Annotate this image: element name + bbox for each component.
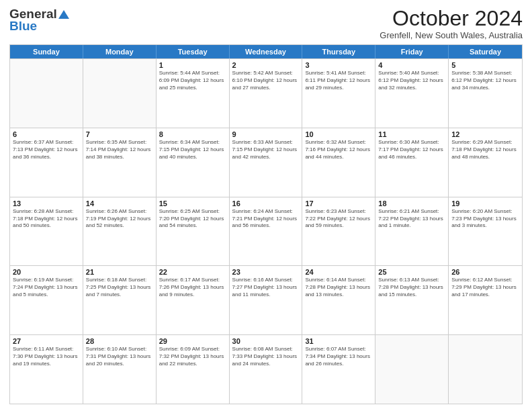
cal-cell-0-4: 3Sunrise: 5:41 AM Sunset: 6:11 PM Daylig… <box>302 59 375 128</box>
week-row-2: 6Sunrise: 6:37 AM Sunset: 7:13 PM Daylig… <box>10 128 522 197</box>
day-info: Sunrise: 6:28 AM Sunset: 7:18 PM Dayligh… <box>13 208 80 230</box>
day-info: Sunrise: 6:17 AM Sunset: 7:26 PM Dayligh… <box>159 277 226 298</box>
cal-cell-2-3: 16Sunrise: 6:24 AM Sunset: 7:21 PM Dayli… <box>230 197 303 266</box>
cal-cell-4-0: 27Sunrise: 6:11 AM Sunset: 7:30 PM Dayli… <box>10 335 83 404</box>
day-info: Sunrise: 6:35 AM Sunset: 7:14 PM Dayligh… <box>86 139 153 161</box>
logo-blue-text: Blue <box>9 19 37 34</box>
day-number: 16 <box>232 199 300 208</box>
cal-cell-1-3: 9Sunrise: 6:33 AM Sunset: 7:15 PM Daylig… <box>230 128 303 197</box>
day-number: 26 <box>451 268 519 276</box>
cal-cell-1-2: 8Sunrise: 6:34 AM Sunset: 7:15 PM Daylig… <box>157 128 230 197</box>
day-number: 15 <box>159 199 226 208</box>
day-info: Sunrise: 6:34 AM Sunset: 7:15 PM Dayligh… <box>159 139 226 161</box>
day-info: Sunrise: 6:13 AM Sunset: 7:28 PM Dayligh… <box>378 277 445 298</box>
day-info: Sunrise: 6:23 AM Sunset: 7:22 PM Dayligh… <box>305 208 372 230</box>
header-day-monday: Monday <box>83 45 157 58</box>
day-number: 10 <box>305 130 372 138</box>
week-row-3: 13Sunrise: 6:28 AM Sunset: 7:18 PM Dayli… <box>10 197 522 266</box>
day-info: Sunrise: 6:29 AM Sunset: 7:18 PM Dayligh… <box>451 139 519 161</box>
day-info: Sunrise: 6:25 AM Sunset: 7:20 PM Dayligh… <box>159 208 226 230</box>
cal-cell-2-5: 18Sunrise: 6:21 AM Sunset: 7:22 PM Dayli… <box>375 197 449 266</box>
day-info: Sunrise: 6:33 AM Sunset: 7:15 PM Dayligh… <box>232 139 300 161</box>
day-info: Sunrise: 6:32 AM Sunset: 7:16 PM Dayligh… <box>305 139 372 161</box>
day-info: Sunrise: 6:21 AM Sunset: 7:22 PM Dayligh… <box>378 208 445 230</box>
day-number: 24 <box>305 268 372 276</box>
month-title: October 2024 <box>380 7 523 30</box>
page: General Blue October 2024 Grenfell, New … <box>0 0 532 411</box>
cal-cell-3-2: 22Sunrise: 6:17 AM Sunset: 7:26 PM Dayli… <box>157 266 230 334</box>
cal-cell-3-0: 20Sunrise: 6:19 AM Sunset: 7:24 PM Dayli… <box>10 266 83 334</box>
header-day-tuesday: Tuesday <box>157 45 230 58</box>
day-info: Sunrise: 5:38 AM Sunset: 6:12 PM Dayligh… <box>451 70 519 91</box>
day-number: 31 <box>305 337 372 345</box>
subtitle: Grenfell, New South Wales, Australia <box>380 30 523 40</box>
calendar-body: 1Sunrise: 5:44 AM Sunset: 6:09 PM Daylig… <box>10 58 522 404</box>
day-info: Sunrise: 6:08 AM Sunset: 7:33 PM Dayligh… <box>232 346 300 367</box>
day-number: 11 <box>378 130 445 138</box>
calendar-header: SundayMondayTuesdayWednesdayThursdayFrid… <box>10 45 522 58</box>
day-info: Sunrise: 5:41 AM Sunset: 6:11 PM Dayligh… <box>305 70 372 91</box>
svg-marker-0 <box>58 10 69 19</box>
calendar: SundayMondayTuesdayWednesdayThursdayFrid… <box>9 44 523 404</box>
cal-cell-2-6: 19Sunrise: 6:20 AM Sunset: 7:23 PM Dayli… <box>449 197 522 266</box>
day-number: 19 <box>451 199 519 208</box>
day-number: 4 <box>378 61 445 69</box>
day-info: Sunrise: 6:18 AM Sunset: 7:25 PM Dayligh… <box>86 277 153 298</box>
day-number: 9 <box>232 130 300 138</box>
header-day-thursday: Thursday <box>302 45 375 58</box>
header-day-friday: Friday <box>375 45 449 58</box>
cal-cell-1-5: 11Sunrise: 6:30 AM Sunset: 7:17 PM Dayli… <box>375 128 449 197</box>
day-info: Sunrise: 5:44 AM Sunset: 6:09 PM Dayligh… <box>159 70 226 91</box>
day-info: Sunrise: 6:12 AM Sunset: 7:29 PM Dayligh… <box>451 277 519 298</box>
day-number: 6 <box>13 130 80 138</box>
cal-cell-2-0: 13Sunrise: 6:28 AM Sunset: 7:18 PM Dayli… <box>10 197 83 266</box>
header-day-sunday: Sunday <box>10 45 83 58</box>
cal-cell-0-5: 4Sunrise: 5:40 AM Sunset: 6:12 PM Daylig… <box>375 59 449 128</box>
cal-cell-2-2: 15Sunrise: 6:25 AM Sunset: 7:20 PM Dayli… <box>157 197 230 266</box>
day-info: Sunrise: 6:19 AM Sunset: 7:24 PM Dayligh… <box>13 277 80 298</box>
day-info: Sunrise: 5:42 AM Sunset: 6:10 PM Dayligh… <box>232 70 300 91</box>
day-number: 12 <box>451 130 519 138</box>
day-number: 23 <box>232 268 300 276</box>
cal-cell-3-5: 25Sunrise: 6:13 AM Sunset: 7:28 PM Dayli… <box>375 266 449 334</box>
cal-cell-1-0: 6Sunrise: 6:37 AM Sunset: 7:13 PM Daylig… <box>10 128 83 197</box>
cal-cell-0-0 <box>10 59 83 128</box>
cal-cell-1-4: 10Sunrise: 6:32 AM Sunset: 7:16 PM Dayli… <box>302 128 375 197</box>
cal-cell-3-1: 21Sunrise: 6:18 AM Sunset: 7:25 PM Dayli… <box>83 266 157 334</box>
cal-cell-2-1: 14Sunrise: 6:26 AM Sunset: 7:19 PM Dayli… <box>83 197 157 266</box>
day-number: 2 <box>232 61 300 69</box>
day-info: Sunrise: 6:24 AM Sunset: 7:21 PM Dayligh… <box>232 208 300 230</box>
cal-cell-3-4: 24Sunrise: 6:14 AM Sunset: 7:28 PM Dayli… <box>302 266 375 334</box>
day-info: Sunrise: 6:20 AM Sunset: 7:23 PM Dayligh… <box>451 208 519 230</box>
day-info: Sunrise: 6:09 AM Sunset: 7:32 PM Dayligh… <box>159 346 226 367</box>
header-day-wednesday: Wednesday <box>230 45 303 58</box>
day-number: 28 <box>86 337 153 345</box>
header: General Blue October 2024 Grenfell, New … <box>9 7 523 40</box>
day-number: 14 <box>86 199 153 208</box>
day-number: 18 <box>378 199 445 208</box>
day-number: 21 <box>86 268 153 276</box>
day-number: 27 <box>13 337 80 345</box>
day-info: Sunrise: 6:14 AM Sunset: 7:28 PM Dayligh… <box>305 277 372 298</box>
day-info: Sunrise: 6:07 AM Sunset: 7:34 PM Dayligh… <box>305 346 372 367</box>
day-info: Sunrise: 6:30 AM Sunset: 7:17 PM Dayligh… <box>378 139 445 161</box>
cal-cell-4-3: 30Sunrise: 6:08 AM Sunset: 7:33 PM Dayli… <box>230 335 303 404</box>
day-number: 29 <box>159 337 226 345</box>
cal-cell-0-1 <box>83 59 157 128</box>
cal-cell-4-1: 28Sunrise: 6:10 AM Sunset: 7:31 PM Dayli… <box>83 335 157 404</box>
day-info: Sunrise: 5:40 AM Sunset: 6:12 PM Dayligh… <box>378 70 445 91</box>
cal-cell-3-3: 23Sunrise: 6:16 AM Sunset: 7:27 PM Dayli… <box>230 266 303 334</box>
day-number: 13 <box>13 199 80 208</box>
cal-cell-2-4: 17Sunrise: 6:23 AM Sunset: 7:22 PM Dayli… <box>302 197 375 266</box>
logo: General Blue <box>9 7 69 34</box>
day-number: 17 <box>305 199 372 208</box>
day-number: 30 <box>232 337 300 345</box>
cal-cell-4-2: 29Sunrise: 6:09 AM Sunset: 7:32 PM Dayli… <box>157 335 230 404</box>
cal-cell-0-2: 1Sunrise: 5:44 AM Sunset: 6:09 PM Daylig… <box>157 59 230 128</box>
day-number: 5 <box>451 61 519 69</box>
day-number: 20 <box>13 268 80 276</box>
day-info: Sunrise: 6:11 AM Sunset: 7:30 PM Dayligh… <box>13 346 80 367</box>
day-number: 25 <box>378 268 445 276</box>
day-info: Sunrise: 6:10 AM Sunset: 7:31 PM Dayligh… <box>86 346 153 367</box>
cal-cell-1-1: 7Sunrise: 6:35 AM Sunset: 7:14 PM Daylig… <box>83 128 157 197</box>
